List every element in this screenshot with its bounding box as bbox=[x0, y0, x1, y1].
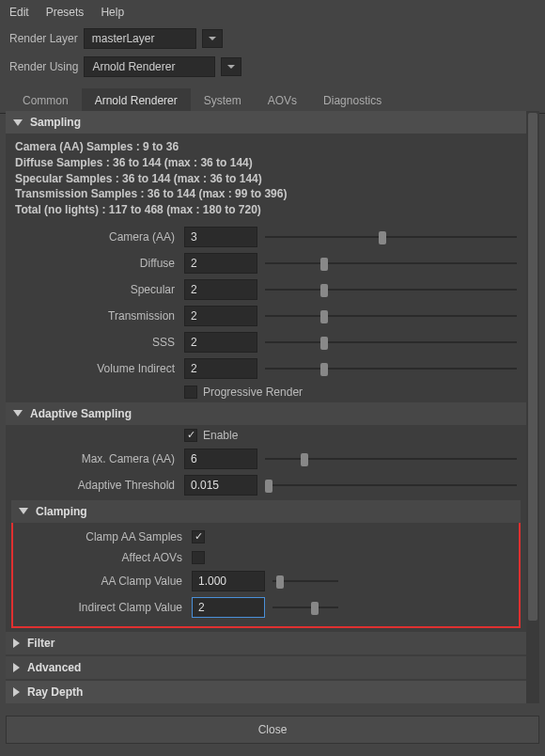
camera-aa-slider[interactable] bbox=[265, 229, 517, 244]
menu-help[interactable]: Help bbox=[101, 6, 124, 19]
clamp-aa-samples-label: Clamp AA Samples bbox=[13, 530, 192, 543]
transmission-slider[interactable] bbox=[265, 308, 517, 323]
render-layer-label: Render Layer bbox=[9, 32, 78, 45]
max-camera-aa-input[interactable] bbox=[184, 449, 257, 469]
affect-aovs-label: Affect AOVs bbox=[13, 551, 192, 564]
chevron-down-icon bbox=[13, 410, 23, 417]
max-camera-aa-label: Max. Camera (AA) bbox=[6, 452, 184, 465]
chevron-down-icon bbox=[19, 508, 28, 514]
specular-slider[interactable] bbox=[265, 282, 517, 297]
menu-edit[interactable]: Edit bbox=[9, 6, 29, 19]
transmission-label: Transmission bbox=[6, 309, 184, 323]
adaptive-threshold-input[interactable] bbox=[184, 475, 257, 496]
progressive-render-label: Progressive Render bbox=[203, 386, 303, 399]
tab-system[interactable]: System bbox=[191, 88, 255, 113]
render-using-dropdown[interactable]: Arnold Renderer bbox=[84, 56, 215, 77]
aa-clamp-value-input[interactable] bbox=[192, 571, 265, 591]
section-ray-depth-title: Ray Depth bbox=[27, 685, 83, 699]
info-line: Specular Samples : 36 to 144 (max : 36 t… bbox=[15, 171, 517, 187]
indirect-clamp-value-label: Indirect Clamp Value bbox=[13, 601, 192, 614]
adaptive-threshold-label: Adaptive Threshold bbox=[6, 479, 184, 492]
render-using-dropdown-btn[interactable] bbox=[221, 57, 241, 76]
section-adaptive-title: Adaptive Sampling bbox=[30, 407, 132, 420]
specular-label: Specular bbox=[6, 283, 184, 296]
section-clamping-title: Clamping bbox=[36, 505, 87, 518]
close-button[interactable]: Close bbox=[6, 716, 539, 744]
tab-diagnostics[interactable]: Diagnostics bbox=[310, 88, 395, 113]
section-clamping[interactable]: Clamping bbox=[11, 500, 521, 523]
section-sampling-title: Sampling bbox=[30, 116, 81, 129]
tab-common[interactable]: Common bbox=[9, 88, 82, 113]
section-ray-depth[interactable]: Ray Depth bbox=[6, 681, 526, 703]
menu-presets[interactable]: Presets bbox=[46, 6, 85, 19]
tab-aovs[interactable]: AOVs bbox=[255, 88, 310, 113]
adaptive-enable-label: Enable bbox=[203, 429, 238, 442]
section-sampling[interactable]: Sampling bbox=[6, 111, 526, 134]
scrollbar[interactable] bbox=[526, 111, 539, 703]
camera-aa-label: Camera (AA) bbox=[6, 230, 184, 244]
volume-indirect-label: Volume Indirect bbox=[6, 362, 184, 375]
sss-slider[interactable] bbox=[265, 335, 517, 350]
specular-input[interactable] bbox=[184, 279, 257, 300]
section-filter-title: Filter bbox=[27, 637, 54, 650]
indirect-clamp-value-input[interactable] bbox=[192, 597, 265, 618]
section-adaptive-sampling[interactable]: Adaptive Sampling bbox=[6, 402, 526, 425]
adaptive-enable-checkbox[interactable] bbox=[184, 429, 197, 442]
volume-indirect-input[interactable] bbox=[184, 358, 257, 379]
adaptive-threshold-slider[interactable] bbox=[265, 478, 517, 493]
section-advanced-title: Advanced bbox=[27, 661, 81, 674]
section-advanced[interactable]: Advanced bbox=[6, 656, 526, 679]
render-layer-dropdown[interactable]: masterLayer bbox=[84, 28, 196, 49]
info-line: Camera (AA) Samples : 9 to 36 bbox=[15, 139, 517, 155]
max-camera-aa-slider[interactable] bbox=[265, 451, 517, 466]
aa-clamp-value-slider[interactable] bbox=[272, 574, 338, 589]
clamp-aa-samples-checkbox[interactable] bbox=[192, 530, 205, 543]
render-layer-dropdown-btn[interactable] bbox=[202, 29, 223, 48]
diffuse-slider[interactable] bbox=[265, 256, 517, 271]
chevron-right-icon bbox=[13, 638, 20, 648]
diffuse-input[interactable] bbox=[184, 253, 257, 274]
chevron-down-icon bbox=[13, 119, 23, 126]
sampling-info: Camera (AA) Samples : 9 to 36 Diffuse Sa… bbox=[6, 134, 526, 224]
camera-aa-input[interactable] bbox=[184, 227, 257, 247]
tab-arnold-renderer[interactable]: Arnold Renderer bbox=[82, 88, 191, 113]
progressive-render-checkbox[interactable] bbox=[184, 386, 197, 399]
aa-clamp-value-label: AA Clamp Value bbox=[13, 575, 192, 588]
affect-aovs-checkbox[interactable] bbox=[192, 551, 205, 564]
render-using-label: Render Using bbox=[9, 60, 78, 73]
clamping-highlight: Clamping Clamp AA Samples Affect AOVs AA… bbox=[11, 500, 521, 628]
sss-label: SSS bbox=[6, 336, 184, 349]
diffuse-label: Diffuse bbox=[6, 257, 184, 270]
scrollbar-thumb[interactable] bbox=[528, 113, 537, 621]
section-filter[interactable]: Filter bbox=[6, 632, 526, 654]
chevron-right-icon bbox=[13, 687, 20, 697]
info-line: Transmission Samples : 36 to 144 (max : … bbox=[15, 186, 517, 202]
sss-input[interactable] bbox=[184, 332, 257, 353]
indirect-clamp-value-slider[interactable] bbox=[272, 600, 338, 615]
info-line: Diffuse Samples : 36 to 144 (max : 36 to… bbox=[15, 155, 517, 171]
volume-indirect-slider[interactable] bbox=[265, 361, 517, 376]
transmission-input[interactable] bbox=[184, 306, 257, 326]
info-line: Total (no lights) : 117 to 468 (max : 18… bbox=[15, 202, 517, 218]
chevron-right-icon bbox=[13, 663, 20, 672]
